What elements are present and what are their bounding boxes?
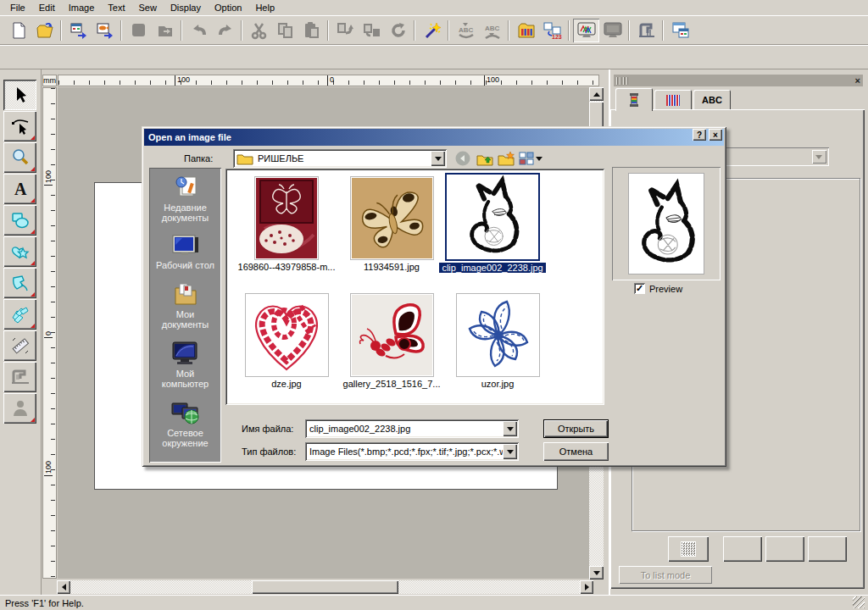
convert-icon[interactable] bbox=[359, 19, 385, 42]
tab-thread-spool[interactable] bbox=[615, 88, 653, 111]
panel-close-icon[interactable]: × bbox=[855, 76, 860, 85]
recent-documents-icon bbox=[172, 175, 199, 200]
open-button[interactable]: Открыть bbox=[543, 419, 609, 438]
thread-catalog-icon[interactable] bbox=[513, 19, 539, 42]
text-tool[interactable]: A bbox=[3, 174, 36, 204]
sewing-machine-icon[interactable] bbox=[633, 19, 659, 42]
hoop-disabled-icon[interactable] bbox=[125, 19, 152, 42]
blank-swatch-button-3[interactable] bbox=[808, 536, 847, 562]
arrange-windows-icon[interactable] bbox=[667, 19, 693, 42]
menu-display[interactable]: Display bbox=[164, 1, 208, 14]
letters-up-icon[interactable]: ABC bbox=[479, 19, 505, 42]
panel-title-bar[interactable]: × bbox=[614, 75, 863, 86]
menu-text[interactable]: Text bbox=[101, 1, 131, 14]
menu-edit[interactable]: Edit bbox=[32, 1, 62, 14]
dropdown-button[interactable] bbox=[503, 444, 517, 459]
panel-grip[interactable] bbox=[616, 77, 628, 85]
tab-thread-pattern[interactable] bbox=[654, 90, 692, 110]
blank-swatch-button-1[interactable] bbox=[723, 536, 762, 562]
file-item-selected[interactable]: clip_image002_2238.jpg bbox=[442, 173, 543, 273]
scroll-right-button[interactable] bbox=[580, 580, 593, 594]
menu-image[interactable]: Image bbox=[62, 1, 102, 14]
edit-nodes-tool[interactable] bbox=[3, 111, 36, 141]
thumbnail-cutwork-cat bbox=[448, 175, 537, 258]
shapes-tool[interactable] bbox=[3, 205, 36, 236]
thumbnail-red-heart bbox=[247, 295, 327, 375]
up-one-level-button[interactable] bbox=[476, 149, 494, 168]
back-icon bbox=[454, 150, 471, 167]
tab-lettering[interactable]: ABC bbox=[693, 90, 731, 110]
star-heart-tool[interactable] bbox=[3, 236, 36, 267]
pattern-fill-button[interactable] bbox=[668, 536, 709, 562]
ruler-unit-box: mm bbox=[42, 75, 57, 86]
exchange-icon[interactable] bbox=[332, 19, 359, 42]
open-image-icon[interactable] bbox=[31, 19, 58, 42]
redo-icon[interactable] bbox=[212, 19, 238, 42]
file-item[interactable]: gallery_2518_1516_7... bbox=[344, 293, 439, 389]
look-in-combobox[interactable]: РИШЕЛЬЕ bbox=[233, 149, 447, 168]
machine-tool[interactable] bbox=[3, 362, 36, 392]
place-network[interactable]: Сетевое окружение bbox=[152, 400, 220, 448]
place-my-computer[interactable]: Мой компьютер bbox=[152, 341, 220, 389]
file-item[interactable]: dze.jpg bbox=[240, 293, 333, 389]
import-picture-icon[interactable] bbox=[92, 19, 118, 42]
file-name-combobox[interactable]: clip_image002_2238.jpg bbox=[305, 419, 519, 438]
screen-simulation-icon[interactable] bbox=[573, 19, 599, 42]
file-list[interactable]: 169860--43979858-m... 11934591.jpg bbox=[225, 169, 604, 405]
dialog-help-button[interactable]: ? bbox=[693, 129, 706, 141]
dialog-title-bar[interactable]: Open an image file bbox=[144, 129, 724, 146]
file-type-combobox[interactable]: Image Files(*.bmp;*.pcd;*.fpx;*.tif;*.jp… bbox=[305, 442, 519, 461]
view-menu-button[interactable] bbox=[518, 149, 543, 168]
preview-checkbox[interactable]: ✓ bbox=[634, 283, 645, 294]
import-image-icon[interactable] bbox=[65, 19, 92, 42]
dropdown-button[interactable] bbox=[503, 421, 517, 436]
ruler-label: 100 bbox=[484, 75, 499, 86]
column-tool[interactable] bbox=[3, 299, 36, 330]
blank-swatch-button-2[interactable] bbox=[765, 536, 804, 562]
menu-bar: File Edit Image Text Sew Display Option … bbox=[0, 0, 868, 15]
resize-grip[interactable] bbox=[853, 596, 865, 608]
file-item[interactable]: 11934591.jpg bbox=[344, 176, 439, 272]
menu-option[interactable]: Option bbox=[208, 1, 248, 14]
menu-help[interactable]: Help bbox=[248, 1, 281, 14]
menu-file[interactable]: File bbox=[3, 1, 32, 14]
place-my-documents[interactable]: Мои документы bbox=[152, 281, 220, 330]
file-item[interactable]: 169860--43979858-m... bbox=[240, 176, 333, 272]
cut-icon[interactable] bbox=[246, 19, 272, 42]
look-in-label: Папка: bbox=[184, 149, 213, 168]
place-desktop[interactable]: Рабочий стол bbox=[152, 234, 220, 270]
ruler-label: 0 bbox=[327, 75, 334, 86]
dropdown-button[interactable] bbox=[431, 151, 445, 166]
dropdown-button[interactable] bbox=[812, 150, 826, 164]
new-folder-button[interactable] bbox=[497, 149, 515, 168]
new-design-icon[interactable] bbox=[5, 19, 31, 42]
scroll-up-button[interactable] bbox=[589, 87, 604, 101]
horizontal-scroll-thumb[interactable] bbox=[252, 580, 398, 594]
toolbar-separator bbox=[412, 20, 418, 41]
copy-icon[interactable] bbox=[272, 19, 298, 42]
screen-blank-icon[interactable] bbox=[599, 19, 626, 42]
back-button[interactable] bbox=[453, 149, 472, 168]
horizontal-scrollbar[interactable] bbox=[57, 580, 593, 594]
to-list-mode-button[interactable]: To list mode bbox=[619, 566, 712, 584]
mannequin-tool[interactable] bbox=[3, 393, 36, 424]
export-disabled-icon[interactable] bbox=[152, 19, 178, 42]
paste-icon[interactable] bbox=[298, 19, 325, 42]
place-recent-documents[interactable]: Недавние документы bbox=[152, 175, 220, 223]
scroll-down-button[interactable] bbox=[589, 566, 604, 580]
dialog-close-button[interactable]: × bbox=[709, 129, 722, 141]
file-item[interactable]: uzor.jpg bbox=[450, 293, 545, 389]
select-tool[interactable] bbox=[3, 80, 36, 110]
cancel-button[interactable]: Отмена bbox=[543, 442, 609, 461]
measure-tool[interactable] bbox=[3, 330, 36, 361]
regenerate-icon[interactable] bbox=[385, 19, 411, 42]
magic-wand-icon[interactable] bbox=[419, 19, 445, 42]
freeform-tool[interactable] bbox=[3, 268, 36, 298]
undo-icon[interactable] bbox=[186, 19, 212, 42]
scroll-left-button[interactable] bbox=[57, 580, 70, 594]
letters-down-icon[interactable]: ABC bbox=[453, 19, 479, 42]
zoom-tool[interactable] bbox=[3, 142, 36, 173]
places-bar: Недавние документы Рабочий стол Мои доку… bbox=[149, 168, 221, 463]
menu-sew[interactable]: Sew bbox=[131, 1, 163, 14]
stitch-order-icon[interactable]: 123 bbox=[539, 19, 565, 42]
